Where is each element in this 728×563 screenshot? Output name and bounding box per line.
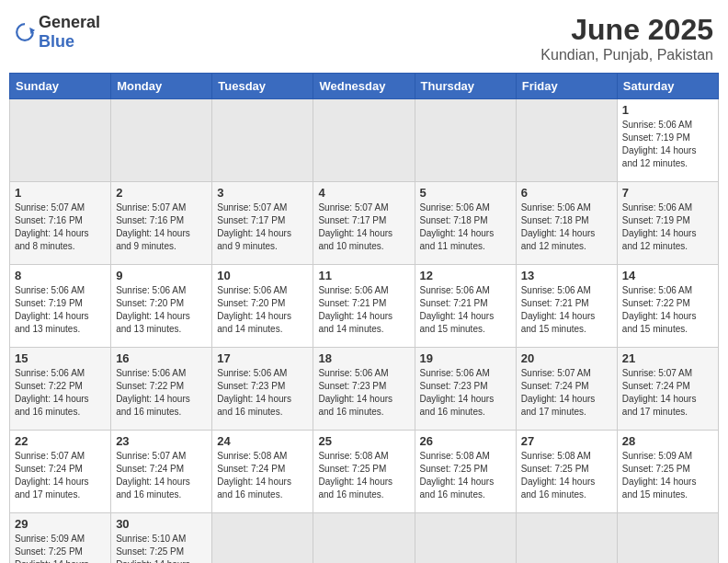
calendar-cell: 24 Sunrise: 5:08 AM Sunset: 7:24 PM Dayl… <box>212 431 313 513</box>
day-info: Sunrise: 5:08 AM Sunset: 7:24 PM Dayligh… <box>217 450 308 501</box>
day-info: Sunrise: 5:06 AM Sunset: 7:23 PM Dayligh… <box>420 367 511 419</box>
calendar-cell: 20 Sunrise: 5:07 AM Sunset: 7:24 PM Dayl… <box>516 348 617 431</box>
logo: General Blue <box>15 13 100 52</box>
calendar-cell <box>415 99 516 182</box>
day-info: Sunrise: 5:06 AM Sunset: 7:19 PM Dayligh… <box>622 201 713 253</box>
calendar-cell: 26 Sunrise: 5:08 AM Sunset: 7:25 PM Dayl… <box>415 431 516 513</box>
calendar-cell: 13 Sunrise: 5:06 AM Sunset: 7:21 PM Dayl… <box>516 265 617 348</box>
day-number: 8 <box>15 269 106 282</box>
day-info: Sunrise: 5:08 AM Sunset: 7:25 PM Dayligh… <box>521 450 612 501</box>
day-number: 22 <box>15 434 106 448</box>
week-row-3: 15 Sunrise: 5:06 AM Sunset: 7:22 PM Dayl… <box>10 348 719 431</box>
day-info: Sunrise: 5:06 AM Sunset: 7:20 PM Dayligh… <box>217 284 308 336</box>
day-info: Sunrise: 5:08 AM Sunset: 7:25 PM Dayligh… <box>420 450 511 501</box>
calendar-cell: 29 Sunrise: 5:09 AM Sunset: 7:25 PM Dayl… <box>10 513 111 564</box>
calendar-cell: 7 Sunrise: 5:06 AM Sunset: 7:19 PM Dayli… <box>617 182 718 265</box>
calendar-cell: 5 Sunrise: 5:06 AM Sunset: 7:18 PM Dayli… <box>415 182 516 265</box>
day-info: Sunrise: 5:06 AM Sunset: 7:18 PM Dayligh… <box>420 201 511 253</box>
month-title: June 2025 <box>540 13 713 47</box>
day-number: 24 <box>217 434 308 448</box>
day-number: 1 <box>622 103 713 117</box>
calendar-cell <box>10 99 111 182</box>
day-info: Sunrise: 5:06 AM Sunset: 7:21 PM Dayligh… <box>420 284 511 336</box>
day-number: 15 <box>15 351 106 365</box>
calendar-cell: 9 Sunrise: 5:06 AM Sunset: 7:20 PM Dayli… <box>111 265 212 348</box>
day-number: 3 <box>217 186 308 200</box>
day-info: Sunrise: 5:06 AM Sunset: 7:21 PM Dayligh… <box>521 284 612 336</box>
calendar-cell: 11 Sunrise: 5:06 AM Sunset: 7:21 PM Dayl… <box>313 265 415 348</box>
calendar-cell: 10 Sunrise: 5:06 AM Sunset: 7:20 PM Dayl… <box>212 265 313 348</box>
day-number: 1 <box>15 186 106 200</box>
calendar-cell: 1 Sunrise: 5:07 AM Sunset: 7:16 PM Dayli… <box>10 182 111 265</box>
day-info: Sunrise: 5:09 AM Sunset: 7:25 PM Dayligh… <box>15 533 106 563</box>
day-info: Sunrise: 5:09 AM Sunset: 7:25 PM Dayligh… <box>622 450 713 501</box>
day-info: Sunrise: 5:07 AM Sunset: 7:16 PM Dayligh… <box>15 201 106 253</box>
day-number: 26 <box>420 434 511 448</box>
day-info: Sunrise: 5:06 AM Sunset: 7:22 PM Dayligh… <box>116 367 207 419</box>
day-info: Sunrise: 5:10 AM Sunset: 7:25 PM Dayligh… <box>116 533 207 563</box>
week-row-1: 1 Sunrise: 5:07 AM Sunset: 7:16 PM Dayli… <box>10 182 719 265</box>
day-info: Sunrise: 5:07 AM Sunset: 7:17 PM Dayligh… <box>217 201 308 253</box>
col-header-thursday: Thursday <box>415 74 516 99</box>
day-info: Sunrise: 5:06 AM Sunset: 7:18 PM Dayligh… <box>521 201 612 253</box>
col-header-tuesday: Tuesday <box>212 74 313 99</box>
calendar-cell: 28 Sunrise: 5:09 AM Sunset: 7:25 PM Dayl… <box>617 431 718 513</box>
title-area: June 2025 Kundian, Punjab, Pakistan <box>540 13 713 63</box>
day-number: 6 <box>521 186 612 200</box>
day-number: 10 <box>217 269 308 282</box>
day-number: 7 <box>622 186 713 200</box>
calendar-cell: 16 Sunrise: 5:06 AM Sunset: 7:22 PM Dayl… <box>111 348 212 431</box>
day-number: 9 <box>116 269 207 282</box>
calendar-table: SundayMondayTuesdayWednesdayThursdayFrid… <box>9 73 719 563</box>
calendar-cell: 19 Sunrise: 5:06 AM Sunset: 7:23 PM Dayl… <box>415 348 516 431</box>
logo-text: General Blue <box>39 13 100 52</box>
calendar-cell: 14 Sunrise: 5:06 AM Sunset: 7:22 PM Dayl… <box>617 265 718 348</box>
calendar-cell: 22 Sunrise: 5:07 AM Sunset: 7:24 PM Dayl… <box>10 431 111 513</box>
calendar-cell: 25 Sunrise: 5:08 AM Sunset: 7:25 PM Dayl… <box>313 431 415 513</box>
day-info: Sunrise: 5:06 AM Sunset: 7:19 PM Dayligh… <box>622 119 713 170</box>
week-row-2: 8 Sunrise: 5:06 AM Sunset: 7:19 PM Dayli… <box>10 265 719 348</box>
day-number: 25 <box>318 434 409 448</box>
day-info: Sunrise: 5:07 AM Sunset: 7:24 PM Dayligh… <box>622 367 713 419</box>
calendar-cell: 4 Sunrise: 5:07 AM Sunset: 7:17 PM Dayli… <box>313 182 415 265</box>
col-header-friday: Friday <box>516 74 617 99</box>
day-info: Sunrise: 5:06 AM Sunset: 7:23 PM Dayligh… <box>318 367 409 419</box>
col-header-monday: Monday <box>111 74 212 99</box>
day-info: Sunrise: 5:06 AM Sunset: 7:22 PM Dayligh… <box>622 284 713 336</box>
calendar-cell <box>415 513 516 564</box>
col-header-saturday: Saturday <box>617 74 718 99</box>
day-number: 19 <box>420 351 511 365</box>
calendar-cell <box>111 99 212 182</box>
calendar-cell: 8 Sunrise: 5:06 AM Sunset: 7:19 PM Dayli… <box>10 265 111 348</box>
calendar-cell: 27 Sunrise: 5:08 AM Sunset: 7:25 PM Dayl… <box>516 431 617 513</box>
day-number: 12 <box>420 269 511 282</box>
calendar-cell: 18 Sunrise: 5:06 AM Sunset: 7:23 PM Dayl… <box>313 348 415 431</box>
calendar-cell: 17 Sunrise: 5:06 AM Sunset: 7:23 PM Dayl… <box>212 348 313 431</box>
calendar-cell <box>212 513 313 564</box>
calendar-cell: 2 Sunrise: 5:07 AM Sunset: 7:16 PM Dayli… <box>111 182 212 265</box>
day-info: Sunrise: 5:06 AM Sunset: 7:23 PM Dayligh… <box>217 367 308 419</box>
calendar-cell: 21 Sunrise: 5:07 AM Sunset: 7:24 PM Dayl… <box>617 348 718 431</box>
calendar-cell: 6 Sunrise: 5:06 AM Sunset: 7:18 PM Dayli… <box>516 182 617 265</box>
col-header-sunday: Sunday <box>10 74 111 99</box>
header: General Blue June 2025 Kundian, Punjab, … <box>9 9 719 67</box>
calendar-cell: 1 Sunrise: 5:06 AM Sunset: 7:19 PM Dayli… <box>617 99 718 182</box>
day-number: 27 <box>521 434 612 448</box>
day-number: 14 <box>622 269 713 282</box>
day-info: Sunrise: 5:06 AM Sunset: 7:21 PM Dayligh… <box>318 284 409 336</box>
day-info: Sunrise: 5:06 AM Sunset: 7:22 PM Dayligh… <box>15 367 106 419</box>
logo-icon <box>15 22 35 42</box>
day-number: 23 <box>116 434 207 448</box>
calendar-cell: 15 Sunrise: 5:06 AM Sunset: 7:22 PM Dayl… <box>10 348 111 431</box>
calendar-cell: 3 Sunrise: 5:07 AM Sunset: 7:17 PM Dayli… <box>212 182 313 265</box>
calendar-cell <box>617 513 718 564</box>
day-number: 16 <box>116 351 207 365</box>
calendar-cell: 23 Sunrise: 5:07 AM Sunset: 7:24 PM Dayl… <box>111 431 212 513</box>
calendar-cell <box>313 99 415 182</box>
day-number: 5 <box>420 186 511 200</box>
location-title: Kundian, Punjab, Pakistan <box>540 47 713 63</box>
calendar-cell <box>516 513 617 564</box>
day-number: 29 <box>15 517 106 531</box>
day-number: 20 <box>521 351 612 365</box>
day-info: Sunrise: 5:07 AM Sunset: 7:24 PM Dayligh… <box>116 450 207 501</box>
